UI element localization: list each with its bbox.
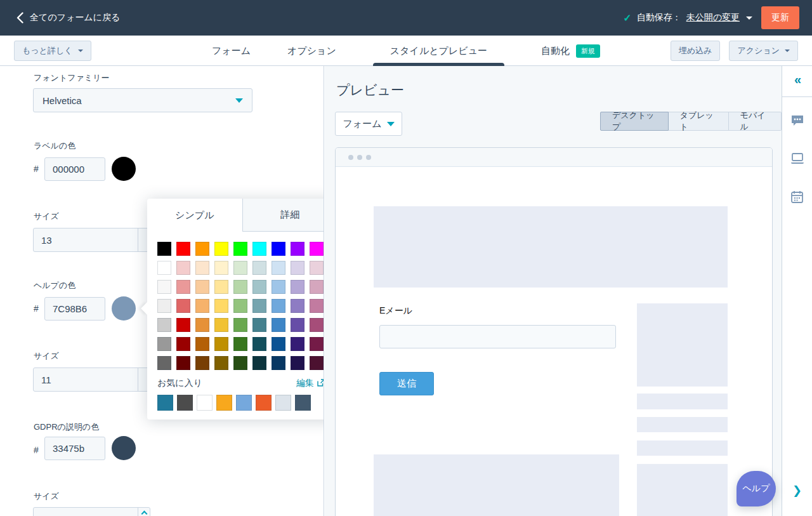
comments-icon[interactable] <box>782 114 812 127</box>
palette-swatch[interactable] <box>291 337 304 351</box>
palette-swatch[interactable] <box>214 280 228 294</box>
palette-swatch[interactable] <box>214 261 228 275</box>
chevron-right-icon[interactable]: ❯ <box>782 484 812 498</box>
palette-swatch[interactable] <box>272 280 285 294</box>
palette-swatch[interactable] <box>176 356 190 370</box>
favorite-swatch[interactable] <box>216 395 232 411</box>
palette-swatch[interactable] <box>157 261 171 275</box>
palette-swatch[interactable] <box>233 299 247 313</box>
favorite-swatch[interactable] <box>157 395 173 411</box>
palette-swatch[interactable] <box>272 299 285 313</box>
palette-swatch[interactable] <box>272 242 285 256</box>
palette-swatch[interactable] <box>176 299 190 313</box>
palette-swatch[interactable] <box>214 299 228 313</box>
palette-swatch[interactable] <box>291 242 304 256</box>
palette-swatch[interactable] <box>157 280 171 294</box>
palette-swatch[interactable] <box>176 280 190 294</box>
tab-automation[interactable]: 自動化 <box>541 36 570 66</box>
number-stepper[interactable] <box>138 508 150 516</box>
palette-swatch[interactable] <box>233 318 247 332</box>
palette-swatch[interactable] <box>272 337 285 351</box>
palette-swatch[interactable] <box>195 318 209 332</box>
palette-swatch[interactable] <box>310 261 324 275</box>
palette-swatch[interactable] <box>310 337 324 351</box>
palette-swatch[interactable] <box>252 242 266 256</box>
unpublished-changes-link[interactable]: 未公開の変更 <box>686 12 740 23</box>
palette-swatch[interactable] <box>233 280 247 294</box>
gdpr-color-swatch[interactable] <box>112 436 136 460</box>
palette-swatch[interactable] <box>252 261 266 275</box>
device-tablet-button[interactable]: タブレット <box>669 112 729 131</box>
favorite-swatch[interactable] <box>197 395 213 411</box>
tab-simple[interactable]: シンプル <box>147 199 242 232</box>
palette-swatch[interactable] <box>157 242 171 256</box>
palette-swatch[interactable] <box>176 261 190 275</box>
palette-swatch[interactable] <box>252 356 266 370</box>
preview-form-dropdown[interactable]: フォーム <box>335 112 402 136</box>
favorite-swatch[interactable] <box>256 395 272 411</box>
back-to-forms-link[interactable]: 全てのフォームに戻る <box>16 12 120 23</box>
palette-swatch[interactable] <box>310 299 324 313</box>
palette-swatch[interactable] <box>252 318 266 332</box>
tab-style-preview[interactable]: スタイルとプレビュー <box>373 36 504 66</box>
gdpr-color-input[interactable] <box>44 437 105 460</box>
tab-options[interactable]: オプション <box>287 36 336 66</box>
label-size-input[interactable] <box>33 228 150 252</box>
label-color-input[interactable] <box>44 157 105 181</box>
palette-swatch[interactable] <box>310 356 324 370</box>
learn-more-dropdown[interactable]: もっと詳しく <box>14 41 91 61</box>
favorite-swatch[interactable] <box>295 395 311 411</box>
palette-swatch[interactable] <box>176 242 190 256</box>
palette-swatch[interactable] <box>310 318 324 332</box>
palette-swatch[interactable] <box>233 261 247 275</box>
palette-swatch[interactable] <box>291 299 304 313</box>
chevron-down-icon[interactable] <box>746 17 752 20</box>
favorite-swatch[interactable] <box>275 395 291 411</box>
palette-swatch[interactable] <box>214 337 228 351</box>
palette-swatch[interactable] <box>157 318 171 332</box>
palette-swatch[interactable] <box>291 318 304 332</box>
favorite-swatch[interactable] <box>177 395 193 411</box>
palette-swatch[interactable] <box>195 299 209 313</box>
palette-swatch[interactable] <box>272 261 285 275</box>
help-button[interactable]: ヘルプ <box>737 471 776 506</box>
favorite-swatch[interactable] <box>236 395 252 411</box>
update-button[interactable]: 更新 <box>761 6 799 29</box>
palette-swatch[interactable] <box>195 280 209 294</box>
help-color-input[interactable] <box>44 297 105 321</box>
palette-swatch[interactable] <box>272 318 285 332</box>
palette-swatch[interactable] <box>195 261 209 275</box>
preview-email-input[interactable] <box>379 325 616 348</box>
preview-submit-button[interactable]: 送信 <box>379 372 434 395</box>
palette-swatch[interactable] <box>233 356 247 370</box>
palette-swatch[interactable] <box>233 337 247 351</box>
embed-button[interactable]: 埋め込み <box>671 41 721 61</box>
collapse-panel-icon[interactable]: « <box>782 72 812 87</box>
chevron-up-icon[interactable] <box>141 511 147 516</box>
palette-swatch[interactable] <box>252 299 266 313</box>
help-color-swatch[interactable] <box>112 296 136 321</box>
palette-swatch[interactable] <box>195 242 209 256</box>
palette-swatch[interactable] <box>157 299 171 313</box>
palette-swatch[interactable] <box>195 356 209 370</box>
label-color-swatch[interactable] <box>112 157 136 181</box>
gdpr-size-input[interactable] <box>33 507 150 516</box>
tab-form[interactable]: フォーム <box>212 36 251 66</box>
palette-swatch[interactable] <box>310 280 324 294</box>
palette-swatch[interactable] <box>214 318 228 332</box>
palette-swatch[interactable] <box>252 337 266 351</box>
palette-swatch[interactable] <box>291 280 304 294</box>
palette-swatch[interactable] <box>252 280 266 294</box>
edit-favorites-link[interactable]: 編集 <box>296 378 324 389</box>
palette-swatch[interactable] <box>291 356 304 370</box>
palette-swatch[interactable] <box>291 261 304 275</box>
actions-dropdown[interactable]: アクション <box>729 41 798 61</box>
laptop-icon[interactable] <box>782 152 812 165</box>
palette-swatch[interactable] <box>310 242 324 256</box>
palette-swatch[interactable] <box>176 337 190 351</box>
device-mobile-button[interactable]: モバイル <box>729 112 782 131</box>
palette-swatch[interactable] <box>272 356 285 370</box>
palette-swatch[interactable] <box>157 356 171 370</box>
palette-swatch[interactable] <box>214 356 228 370</box>
device-desktop-button[interactable]: デスクトップ <box>600 112 669 131</box>
